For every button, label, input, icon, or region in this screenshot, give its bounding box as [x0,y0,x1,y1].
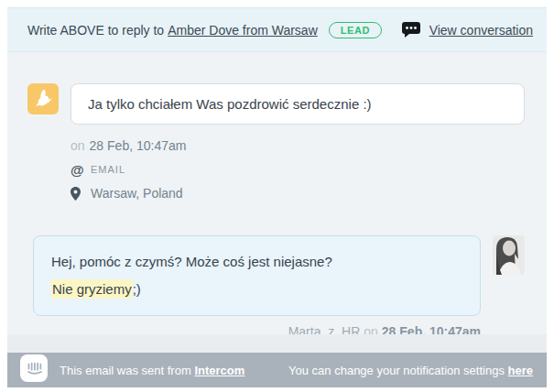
intercom-logo [20,354,48,382]
email-notification: Write ABOVE to reply to Amber Dove from … [7,7,547,387]
inbound-message-text: Ja tylko chciałem Was pozdrowić serdeczn… [88,96,372,112]
reply-topbar: Write ABOVE to reply to Amber Dove from … [7,7,547,52]
view-conversation-link[interactable]: View conversation [429,23,533,38]
chat-bubble-icon [402,22,421,38]
reply-instruction-text: Write ABOVE to reply to [27,23,164,38]
lead-badge: LEAD [329,22,382,38]
reply-bubble: Hej, pomóc z czymś? Może coś jest niejas… [33,235,481,316]
map-pin-icon [71,187,91,201]
reply-message-row: Hej, pomóc z czymś? Może coś jest niejas… [27,235,525,316]
reply-author: Marta_z_HR [288,324,361,334]
settings-prefix: You can change your notification setting… [288,364,505,377]
reply-byline: Marta_z_HRon28 Feb, 10:47am [27,324,525,334]
inbound-message-row: Ja tylko chciałem Was pozdrowić serdeczn… [27,83,525,125]
reply-line-2: Nie gryziemy;) [51,276,462,303]
inbound-message-bubble: Ja tylko chciałem Was pozdrowić serdeczn… [71,83,525,125]
intercom-link[interactable]: Intercom [194,364,244,377]
byline-date-prefix: on [364,324,378,334]
notification-settings-text: You can change your notification setting… [288,364,533,377]
at-sign-icon: @ [71,162,91,178]
reply-line-1: Hej, pomóc z czymś? Może coś jest niejas… [51,248,462,276]
message-metadata: on 28 Feb, 10:47am @ EMAIL Warsaw, Polan… [71,136,525,202]
channel-label: EMAIL [91,164,125,175]
message-date: 28 Feb, 10:47am [90,138,187,153]
reply-instruction: Write ABOVE to reply to Amber Dove from … [27,22,382,38]
sent-from-prefix: This email was sent from [60,364,191,377]
reply-date: 28 Feb, 10:47am [382,324,481,334]
metadata-location-row: Warsaw, Poland [71,184,525,202]
location-label: Warsaw, Poland [91,186,183,201]
recipient-link[interactable]: Amber Dove from Warsaw [168,23,318,38]
pre-footer-strip [7,334,547,353]
sent-from-text: This email was sent from Intercom [60,364,244,377]
metadata-channel-row: @ EMAIL [71,160,525,179]
conversation-body: Ja tylko chciałem Was pozdrowić serdeczn… [7,52,547,334]
reply-line-2-rest: ;) [133,281,141,297]
highlighted-text: Nie gryziemy [51,279,133,299]
agent-avatar-photo [493,235,525,275]
settings-link[interactable]: here [508,364,533,377]
dove-icon [27,83,59,114]
email-footer: This email was sent from Intercom You ca… [7,353,547,387]
metadata-date-row: on 28 Feb, 10:47am [71,136,525,155]
date-prefix: on [71,138,85,153]
